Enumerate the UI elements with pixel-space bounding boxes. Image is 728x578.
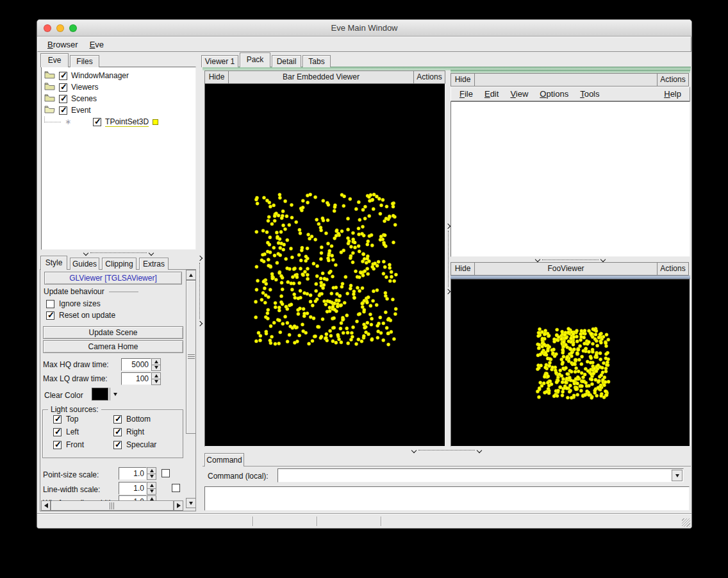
left-horizontal-splitter[interactable] (41, 250, 196, 256)
tab-pack[interactable]: Pack (240, 53, 270, 67)
pointset-color-swatch[interactable] (153, 119, 158, 125)
actions-button[interactable]: Actions (657, 262, 689, 276)
tree-checkbox[interactable] (59, 106, 67, 115)
camera-home-button[interactable]: Camera Home (43, 340, 183, 353)
menu-browser[interactable]: Browser (42, 38, 84, 51)
tree-checkbox[interactable] (93, 118, 101, 126)
viewer-vertical-splitter[interactable] (445, 70, 451, 447)
light-top-checkbox[interactable] (53, 415, 62, 424)
tree-checkbox[interactable] (59, 72, 67, 80)
reset-on-update-option[interactable]: Reset on update (46, 311, 115, 320)
menu-help[interactable]: Help (658, 88, 687, 100)
spin-down-button[interactable] (147, 474, 156, 481)
foo-viewport[interactable] (451, 279, 690, 447)
titlebar[interactable]: Eve Main Window (37, 20, 691, 37)
tree-checkbox[interactable] (59, 83, 67, 92)
tab-command[interactable]: Command (204, 453, 244, 467)
tree-item-event[interactable]: Event (44, 104, 91, 116)
close-button[interactable] (44, 24, 51, 32)
tab-files[interactable]: Files (70, 55, 99, 67)
max-hq-value[interactable]: 5000 (121, 358, 151, 371)
scrollbar-up-button[interactable] (186, 270, 196, 280)
main-vertical-splitter[interactable] (197, 70, 203, 511)
line-width-value[interactable]: 1.0 (119, 482, 147, 495)
minimize-button[interactable] (56, 24, 64, 32)
spin-down-button[interactable] (151, 379, 161, 386)
clear-color-swatch[interactable] (92, 388, 108, 400)
clear-color-dropdown[interactable] (110, 388, 120, 400)
menu-view[interactable]: View (504, 88, 534, 100)
scrollbar-down-button[interactable] (186, 498, 196, 508)
hide-button[interactable]: Hide (451, 73, 475, 87)
line-width-checkbox[interactable] (172, 484, 180, 492)
embedded-viewer-canvas[interactable] (451, 101, 690, 257)
splitter-dotted-line (199, 263, 200, 319)
menu-file[interactable]: File (454, 88, 479, 100)
reset-on-update-checkbox[interactable] (46, 311, 54, 320)
light-top-option[interactable]: Top (53, 415, 78, 424)
splitter-chevron-down-icon (535, 257, 540, 262)
horizontal-scrollbar[interactable] (41, 500, 183, 511)
light-specular-option[interactable]: Specular (113, 440, 156, 449)
tree-item-windowmanager[interactable]: WindowManager (44, 70, 129, 81)
tab-style[interactable]: Style (40, 256, 67, 270)
light-left-checkbox[interactable] (53, 428, 62, 436)
hide-button[interactable]: Hide (204, 70, 229, 84)
command-output[interactable] (204, 486, 690, 511)
tab-tabs[interactable]: Tabs (302, 55, 331, 67)
tree-item-viewers[interactable]: Viewers (44, 81, 98, 93)
command-splitter[interactable] (203, 447, 691, 453)
update-scene-button[interactable]: Update Scene (43, 326, 183, 339)
command-input[interactable] (279, 470, 670, 481)
tree-label[interactable]: Scenes (71, 94, 97, 103)
actions-button[interactable]: Actions (657, 73, 689, 87)
tab-viewer-1[interactable]: Viewer 1 (201, 55, 238, 67)
menu-tools[interactable]: Tools (574, 88, 605, 100)
tab-detail[interactable]: Detail (272, 55, 301, 67)
tree-checkbox[interactable] (59, 95, 67, 103)
horizontal-scrollbar-thumb[interactable] (51, 500, 174, 511)
point-size-value[interactable]: 1.0 (119, 467, 147, 480)
group-rule (109, 292, 138, 292)
ignore-sizes-checkbox[interactable] (46, 300, 54, 308)
gl-viewport[interactable] (204, 83, 445, 447)
tab-extras[interactable]: Extras (139, 258, 169, 270)
tab-eve[interactable]: Eve (40, 53, 69, 67)
light-right-checkbox[interactable] (113, 428, 122, 436)
menu-edit[interactable]: Edit (479, 88, 504, 100)
tree-label[interactable]: WindowManager (71, 71, 129, 80)
zoom-button[interactable] (69, 24, 77, 32)
resize-grip[interactable] (682, 518, 690, 527)
actions-button[interactable]: Actions (413, 70, 445, 84)
vertical-scrollbar-thumb[interactable] (186, 280, 196, 434)
menu-eve[interactable]: Eve (84, 38, 110, 51)
light-left-option[interactable]: Left (53, 427, 79, 436)
max-lq-value[interactable]: 100 (121, 372, 151, 385)
glviewer-button[interactable]: GLViewer [TGLSAViewer] (44, 272, 182, 285)
hide-button[interactable]: Hide (451, 262, 475, 276)
light-bottom-checkbox[interactable] (113, 415, 122, 424)
right-column-splitter[interactable] (451, 257, 690, 262)
spin-down-button[interactable] (147, 488, 156, 495)
tab-clipping[interactable]: Clipping (102, 258, 136, 270)
command-dropdown-button[interactable] (672, 470, 682, 481)
tab-guides[interactable]: Guides (70, 258, 99, 270)
light-right-option[interactable]: Right (113, 427, 144, 436)
tree-label[interactable]: Viewers (71, 83, 98, 92)
tree-item-scenes[interactable]: Scenes (44, 93, 97, 104)
tree-label[interactable]: Event (71, 106, 91, 115)
scrollbar-left-button[interactable] (41, 500, 51, 511)
ignore-sizes-option[interactable]: Ignore sizes (46, 299, 101, 308)
command-combobox[interactable] (277, 468, 684, 483)
light-specular-checkbox[interactable] (113, 441, 122, 449)
light-front-option[interactable]: Front (53, 440, 84, 449)
tree-label[interactable]: TPointSet3D (105, 117, 149, 127)
light-front-checkbox[interactable] (53, 441, 62, 449)
point-size-checkbox[interactable] (161, 469, 170, 477)
spin-down-button[interactable] (151, 365, 161, 372)
tree-item-tpointset3d[interactable]: ∗ TPointSet3D (44, 116, 158, 128)
scrollbar-right-button[interactable] (174, 500, 183, 511)
light-bottom-option[interactable]: Bottom (113, 415, 151, 424)
menu-options[interactable]: Options (534, 88, 574, 100)
down-arrow-icon (154, 380, 158, 383)
